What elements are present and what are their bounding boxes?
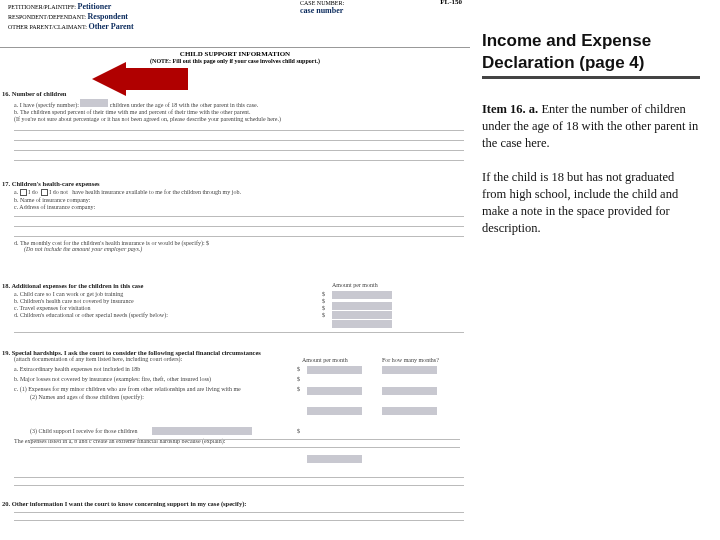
petitioner-value: Petitioner — [78, 2, 112, 11]
s19-c1: c. (1) Expenses for my minor children wh… — [14, 386, 241, 392]
form-header: PETITIONER/PLAINTIFF: Petitioner RESPOND… — [0, 0, 470, 48]
s16-a2: children under the age of 18 with the ot… — [110, 102, 258, 108]
s16-b: b. The children spend — [14, 109, 66, 115]
s19-col1: Amount per month — [302, 357, 348, 363]
s17-c: c. Address of insurance company: — [14, 204, 468, 210]
instruction-p2: If the child is 18 but has not graduated… — [482, 169, 700, 237]
case-value: case number — [300, 6, 344, 15]
s17-title: 17. Children's health-care expenses — [2, 180, 468, 187]
s16-title: 16. Number of children — [2, 90, 468, 97]
s18-col: Amount per month — [332, 282, 378, 288]
s18-a: a. Child care so I can work or get job t… — [14, 291, 123, 297]
s18-c: c. Travel expenses for visitation — [14, 305, 91, 311]
csi-title: CHILD SUPPORT INFORMATION — [0, 50, 470, 58]
s19-c3: (3) Child support I receive for those ch… — [30, 428, 137, 434]
other-label: OTHER PARENT/CLAIMANT: — [8, 24, 87, 30]
petitioner-label: PETITIONER/PLAINTIFF: — [8, 4, 76, 10]
csi-note: (NOTE: Fill out this page only if your c… — [0, 58, 470, 64]
s19-a: a. Extraordinary health expenses not inc… — [14, 366, 140, 372]
section-18: 18. Additional expenses for the children… — [2, 282, 468, 318]
instruction-column: Income and Expense Declaration (page 4) … — [470, 0, 710, 520]
other-value: Other Parent — [88, 22, 133, 31]
s17-d2: (Do not include the amount your employer… — [24, 246, 468, 252]
s18-d: d. Children's educational or other speci… — [14, 312, 168, 318]
section-16: 16. Number of children a. I have (specif… — [2, 90, 468, 122]
s19-b: b. Major losses not covered by insurance… — [14, 376, 211, 382]
s17-b: b. Name of insurance company: — [14, 197, 468, 203]
page-title: Income and Expense Declaration (page 4) — [482, 30, 700, 79]
s16-c: (If you're not sure about percentage or … — [14, 116, 468, 122]
instruction-p1: Item 16. a. Enter the number of children… — [482, 101, 700, 152]
s19-title: 19. Special hardships. I ask the court t… — [2, 349, 468, 356]
s18-title: 18. Additional expenses for the children… — [2, 282, 144, 289]
respondent-label: RESPONDENT/DEFENDANT: — [8, 14, 86, 20]
s16-b2: percent of their time with me and — [67, 109, 147, 115]
section-17: 17. Children's health-care expenses a. a… — [2, 180, 468, 252]
s18-b: b. Children's health care not covered by… — [14, 298, 134, 304]
section-19: 19. Special hardships. I ask the court t… — [2, 349, 468, 444]
respondent-value: Respondent — [88, 12, 128, 21]
s19-col2: For how many months? — [382, 357, 439, 363]
s16-b3: percent of their time with the other par… — [149, 109, 251, 115]
s20-title: 20. Other information I want the court t… — [2, 500, 468, 507]
section-20: 20. Other information I want the court t… — [2, 500, 468, 507]
item-ref: Item 16. a. — [482, 102, 538, 116]
form-image-column: FL-150 PETITIONER/PLAINTIFF: Petitioner … — [0, 0, 470, 520]
s16-a: a. I have (specify number): — [14, 102, 79, 108]
